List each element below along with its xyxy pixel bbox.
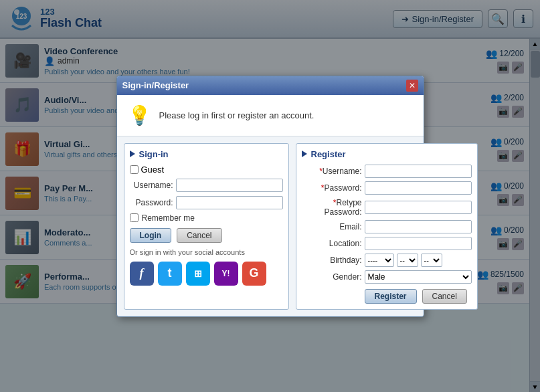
reg-location-row: Location:	[302, 237, 472, 250]
reg-gender-label: Gender:	[302, 272, 362, 282]
facebook-icon[interactable]: f	[130, 262, 154, 286]
dialog-body: Sign-in Guest Username: Password: Rememb…	[117, 136, 424, 316]
reg-email-label: Email:	[302, 222, 362, 231]
birthday-month-select[interactable]: --	[397, 254, 418, 267]
signin-section-title: Sign-in	[130, 149, 283, 159]
reg-gender-row: Gender: Male Female	[302, 270, 472, 284]
signin-password-input[interactable]	[176, 196, 283, 209]
birthday-year-select[interactable]: ----	[365, 254, 394, 267]
signin-password-row: Password:	[130, 196, 283, 209]
dialog-titlebar: Sign-in/Register ✕	[117, 76, 424, 95]
signin-password-label: Password:	[130, 198, 173, 207]
signin-username-row: Username:	[130, 179, 283, 192]
gender-select[interactable]: Male Female	[365, 270, 472, 284]
signin-username-input[interactable]	[176, 179, 283, 192]
reg-email-input[interactable]	[365, 220, 472, 233]
reg-username-label: *Username:	[302, 167, 362, 176]
reg-email-row: Email:	[302, 220, 472, 233]
signin-actions: Login Cancel	[130, 228, 283, 243]
reg-birthday-label: Birthday:	[302, 256, 362, 265]
dialog-overlay: Sign-in/Register ✕ 💡 Please log in first…	[0, 0, 540, 392]
signin-cancel-button[interactable]: Cancel	[177, 228, 221, 243]
register-section-title: Register	[302, 149, 472, 159]
social-text: Or sign in with your social accounts	[130, 248, 283, 256]
twitter-icon[interactable]: t	[158, 262, 182, 286]
reg-password-row: *Password:	[302, 181, 472, 195]
reg-retype-label: *Retype Password:	[302, 198, 362, 217]
reg-password-label: *Password:	[302, 183, 362, 193]
reg-location-label: Location:	[302, 239, 362, 248]
bulb-icon: 💡	[128, 104, 151, 126]
remember-me-checkbox[interactable]	[130, 213, 139, 222]
dialog-message: Please log in first or register an accou…	[159, 110, 314, 120]
remember-me-row: Remember me	[130, 213, 283, 223]
register-button[interactable]: Register	[365, 289, 417, 304]
reg-birthday-row: Birthday: ---- -- --	[302, 254, 472, 267]
reg-location-input[interactable]	[365, 237, 472, 250]
yahoo-icon[interactable]: Y!	[214, 262, 238, 286]
remember-me-label: Remember me	[142, 213, 195, 223]
reg-username-input[interactable]	[365, 165, 472, 178]
reg-username-row: *Username:	[302, 165, 472, 178]
register-actions: Register Cancel	[302, 289, 472, 304]
signin-panel: Sign-in Guest Username: Password: Rememb…	[124, 143, 289, 310]
signin-username-label: Username:	[130, 181, 173, 190]
login-button[interactable]: Login	[130, 228, 172, 243]
signin-register-dialog: Sign-in/Register ✕ 💡 Please log in first…	[116, 76, 424, 317]
birthday-day-select[interactable]: --	[421, 254, 442, 267]
dialog-close-button[interactable]: ✕	[406, 80, 418, 92]
reg-password-input[interactable]	[365, 181, 472, 195]
register-cancel-button[interactable]: Cancel	[422, 289, 467, 304]
guest-checkbox[interactable]	[130, 165, 139, 174]
signin-triangle-icon	[130, 151, 135, 157]
reg-retype-input[interactable]	[365, 201, 472, 214]
guest-row: Guest	[130, 165, 283, 175]
guest-label: Guest	[141, 165, 165, 175]
reg-retype-row: *Retype Password:	[302, 198, 472, 217]
social-icons: f t ⊞ Y! G	[130, 262, 283, 286]
dialog-header: 💡 Please log in first or register an acc…	[117, 95, 424, 136]
register-triangle-icon	[302, 151, 307, 157]
register-panel: Register *Username: *Password: *Retype P…	[296, 143, 478, 310]
windows-live-icon[interactable]: ⊞	[186, 262, 210, 286]
google-icon[interactable]: G	[242, 262, 266, 286]
dialog-title: Sign-in/Register	[122, 80, 189, 90]
